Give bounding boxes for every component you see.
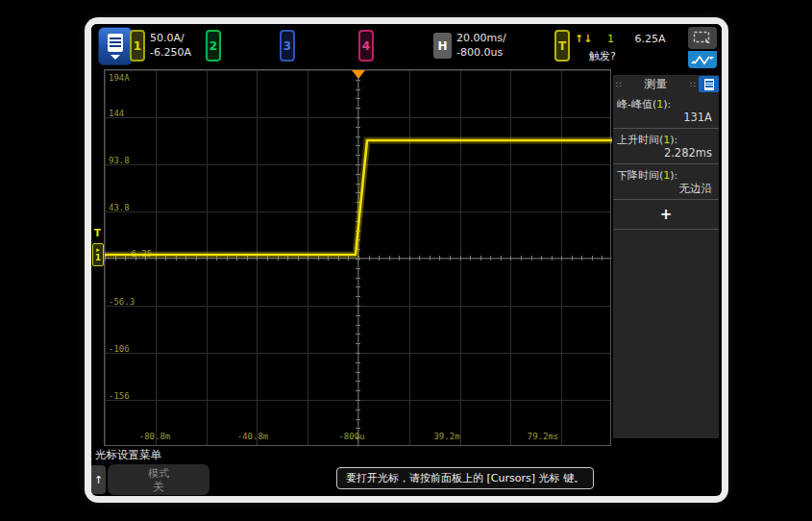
channel-1-ground-marker[interactable]: ▸ 1 bbox=[92, 243, 104, 266]
measurement-label-suffix: ): bbox=[663, 98, 671, 111]
trigger-source: 1 bbox=[607, 33, 614, 45]
oscilloscope-screen: 1 50.0A/ -6.250A 2 3 4 H 20.00ms/ -800.0… bbox=[91, 24, 722, 496]
measurement-label: 下降时间( bbox=[617, 169, 663, 182]
channel-4-button[interactable]: 4 bbox=[358, 30, 374, 62]
measurement-label-suffix: ): bbox=[670, 134, 677, 146]
menu-icon bbox=[108, 34, 123, 52]
measurement-label: 上升时间( bbox=[617, 134, 663, 146]
zoom-region-icon bbox=[693, 31, 712, 45]
measurement-row[interactable]: 上升时间(1): 2.282ms bbox=[613, 129, 719, 164]
drag-handle-icon[interactable]: ∷ bbox=[687, 80, 699, 89]
timebase-scale: 20.00ms/ bbox=[456, 31, 506, 45]
trigger-status: 触发? bbox=[589, 49, 616, 63]
measurement-panel: ∷ 测量 ∷ 峰-峰值(1): 131A 上升时间(1): 2.282ms 下降… bbox=[613, 75, 719, 438]
trigger-position-marker[interactable] bbox=[352, 70, 365, 79]
channel-1-button[interactable]: 1 bbox=[130, 30, 145, 62]
channel-1-offset: -6.250A bbox=[150, 45, 191, 60]
zoom-region-button[interactable] bbox=[688, 27, 717, 49]
measurement-value: 2.282ms bbox=[617, 146, 715, 161]
chevron-down-icon bbox=[111, 55, 120, 60]
trigger-slope-icon: ↑↓ bbox=[575, 33, 592, 45]
trigger-level-value: 6.25A bbox=[634, 33, 665, 45]
marker-channel-number: 1 bbox=[95, 254, 101, 262]
measurement-row[interactable]: 下降时间(1): 无边沿 bbox=[613, 164, 719, 200]
channel-1-scale: 50.0A/ bbox=[150, 31, 191, 45]
measurement-menu-button[interactable] bbox=[699, 76, 719, 92]
horizontal-readout: 20.00ms/ -800.0us bbox=[456, 31, 506, 60]
channel-1-trace bbox=[105, 70, 612, 447]
trigger-button[interactable]: T bbox=[554, 30, 570, 62]
measurement-label: 峰-峰值( bbox=[617, 98, 656, 111]
waveform-compare-button[interactable] bbox=[688, 51, 717, 68]
measurement-value: 无边沿 bbox=[617, 182, 715, 196]
info-message: 要打开光标，请按前面板上的 [Cursors] 光标 键。 bbox=[336, 467, 594, 489]
waveform-compare-icon bbox=[691, 54, 714, 66]
measurement-panel-title: 测量 bbox=[625, 76, 688, 92]
oscilloscope-bezel: 1 50.0A/ -6.250A 2 3 4 H 20.00ms/ -800.0… bbox=[85, 17, 728, 503]
list-icon bbox=[704, 79, 714, 90]
channel-2-button[interactable]: 2 bbox=[206, 30, 221, 62]
softkey-mode-button[interactable]: 模式 关 bbox=[108, 464, 209, 495]
back-up-button[interactable]: ↑ bbox=[91, 465, 106, 494]
status-bar: 1 50.0A/ -6.250A 2 3 4 H 20.00ms/ -800.0… bbox=[91, 24, 722, 69]
drag-handle-icon[interactable]: ∷ bbox=[613, 80, 625, 89]
measurement-panel-header: ∷ 测量 ∷ bbox=[613, 75, 719, 93]
channel-3-button[interactable]: 3 bbox=[280, 30, 295, 62]
softkey-menu-title: 光标设置菜单 bbox=[95, 448, 161, 462]
measurement-row[interactable]: 峰-峰值(1): 131A bbox=[613, 93, 719, 129]
measurement-value: 131A bbox=[617, 111, 715, 125]
softkey-value: 关 bbox=[153, 480, 164, 493]
trigger-readout: ↑↓ 1 6.25A bbox=[575, 33, 665, 45]
softkey-label: 模式 bbox=[148, 467, 169, 480]
measurement-label-suffix: ): bbox=[670, 169, 677, 182]
channel-1-readout: 50.0A/ -6.250A bbox=[150, 31, 191, 60]
timebase-delay: -800.0us bbox=[456, 45, 506, 60]
main-menu-button[interactable] bbox=[98, 27, 133, 65]
horizontal-button[interactable]: H bbox=[433, 33, 452, 59]
add-measurement-button[interactable]: + bbox=[613, 200, 719, 230]
trigger-level-marker[interactable]: T bbox=[94, 228, 101, 238]
waveform-display: 194A 144 93.8 43.8 -56.3 -106 -156 -80.8… bbox=[104, 69, 611, 446]
